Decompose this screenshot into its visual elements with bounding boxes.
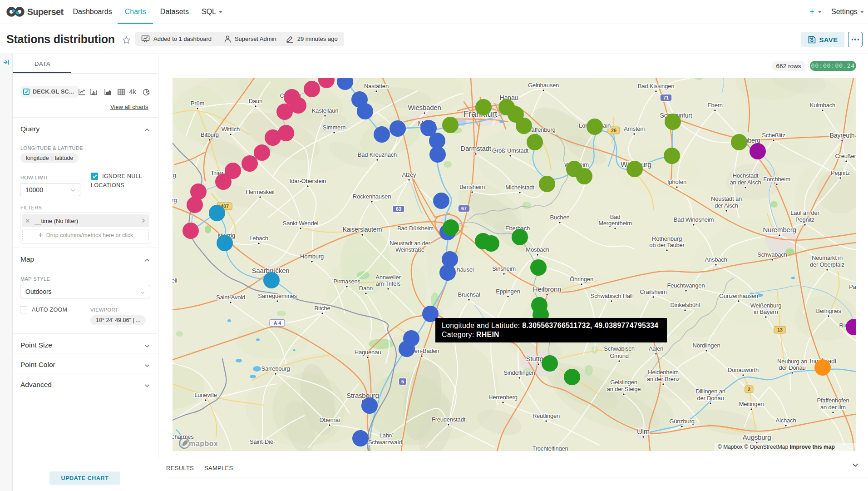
svg-text:Ansbach: Ansbach [705, 256, 727, 263]
svg-text:der Donau: der Donau [779, 364, 806, 371]
svg-text:Schwarzwald: Schwarzwald [368, 439, 402, 446]
svg-text:Simmern: Simmern [323, 124, 346, 131]
svg-text:Dahn: Dahn [359, 285, 373, 292]
svg-text:63: 63 [396, 206, 401, 212]
svg-text:Schwäbisch: Schwäbisch [604, 345, 634, 352]
svg-text:in Bayern: in Bayern [754, 308, 778, 315]
svg-text:der Oberpfalz: der Oberpfalz [810, 261, 844, 268]
svg-text:Pegnitz: Pegnitz [831, 169, 850, 176]
svg-text:Feuchtwangen: Feuchtwangen [667, 282, 705, 289]
svg-text:Ulm: Ulm [637, 428, 650, 436]
svg-text:2: 2 [748, 387, 750, 392]
svg-text:Augsburg: Augsburg [743, 433, 771, 441]
svg-text:Kulmbach: Kulmbach [810, 102, 835, 109]
svg-text:Daun: Daun [249, 98, 262, 104]
svg-text:Eppingen: Eppingen [496, 288, 520, 295]
svg-text:Pegnitz: Pegnitz [795, 216, 814, 223]
svg-text:© Mapbox © OpenStreetMap Impro: © Mapbox © OpenStreetMap Improve this ma… [718, 444, 835, 450]
svg-text:Sinsheim: Sinsheim [492, 265, 516, 272]
svg-text:Sindelfingen: Sindelfingen [503, 369, 535, 376]
svg-text:Bitche: Bitche [315, 305, 330, 312]
svg-text:Höchstadt: Höchstadt [733, 172, 759, 179]
svg-text:Bitburg: Bitburg [201, 131, 219, 138]
svg-text:Wiesbaden: Wiesbaden [408, 104, 441, 111]
svg-text:Groß-Umstadt: Groß-Umstadt [492, 147, 529, 154]
svg-text:Aalen: Aalen [649, 345, 663, 352]
svg-text:Creußen: Creußen [835, 153, 856, 159]
svg-text:Ebern: Ebern [707, 102, 723, 109]
svg-text:Mosbach: Mosbach [526, 246, 549, 253]
svg-text:Prüm: Prüm [191, 100, 204, 107]
svg-text:Sarreguemines: Sarreguemines [258, 293, 297, 299]
svg-text:Alzey: Alzey [402, 171, 416, 178]
svg-text:Idar-Oberstein: Idar-Oberstein [290, 178, 326, 184]
svg-text:Gmünd: Gmünd [610, 352, 629, 359]
svg-text:Trochtelfingen: Trochtelfingen [532, 445, 568, 451]
svg-text:Schwäbisch Hall: Schwäbisch Hall [591, 293, 633, 299]
svg-text:häusel: häusel [457, 266, 473, 273]
svg-text:Kastellaun: Kastellaun [312, 107, 339, 114]
svg-text:Lunéville: Lunéville [194, 392, 217, 398]
svg-text:Bayreuth: Bayreuth [830, 132, 854, 139]
svg-text:der Donau: der Donau [697, 395, 724, 402]
svg-text:Mergentheim: Mergentheim [598, 220, 632, 227]
svg-text:Neustadt an der: Neustadt an der [390, 240, 430, 247]
svg-text:der Aisch: der Aisch [715, 202, 738, 209]
svg-text:Rockenhausen: Rockenhausen [353, 193, 391, 200]
svg-text:Meitingen: Meitingen [739, 401, 764, 407]
svg-text:an der Steige: an der Steige [607, 386, 641, 392]
svg-text:Öhringen: Öhringen [570, 276, 593, 283]
svg-text:Herrenberg: Herrenberg [488, 394, 518, 401]
svg-text:Aichach: Aichach [776, 417, 796, 424]
svg-text:Neuburg an: Neuburg an [777, 358, 807, 365]
svg-text:mapbox: mapbox [189, 440, 218, 447]
svg-text:26: 26 [611, 128, 616, 133]
svg-text:ob der Tauber: ob der Tauber [649, 242, 685, 248]
svg-text:Bad Kreuznach: Bad Kreuznach [358, 151, 397, 158]
svg-text:Neumarkt in: Neumarkt in [812, 254, 843, 261]
svg-text:Iphofen: Iphofen [667, 179, 686, 185]
svg-text:Michelstadt: Michelstadt [505, 184, 534, 191]
svg-text:an der Brenz: an der Brenz [647, 376, 680, 382]
svg-text:Reutlingen: Reutlingen [533, 412, 560, 419]
svg-text:Arnstein: Arnstein [624, 125, 645, 132]
svg-text:Lahr/: Lahr/ [380, 432, 393, 439]
svg-text:A 4: A 4 [274, 320, 281, 326]
svg-text:rg: rg [173, 197, 177, 203]
svg-text:Heilbronn: Heilbronn [533, 285, 561, 293]
svg-text:Saint-Dié-: Saint-Dié- [250, 438, 275, 445]
svg-text:Haguenau: Haguenau [355, 349, 381, 356]
svg-text:Schwabach: Schwabach [757, 251, 787, 258]
svg-text:Heidenheim: Heidenheim [648, 369, 678, 376]
svg-text:Günzburg: Günzburg [669, 418, 695, 425]
svg-text:Homburg: Homburg [300, 253, 324, 260]
svg-text:Bad Dürkheim: Bad Dürkheim [397, 225, 434, 232]
svg-text:Weinstraße: Weinstraße [395, 246, 424, 253]
svg-text:5: 5 [401, 379, 404, 384]
svg-text:Bad Kissingen: Bad Kissingen [638, 83, 675, 89]
svg-text:Annweiler: Annweiler [375, 274, 401, 281]
svg-text:Darmstadt: Darmstadt [460, 144, 491, 152]
svg-text:Neustadt an: Neustadt an [711, 195, 742, 202]
svg-text:Strasbourg: Strasbourg [346, 392, 379, 399]
svg-text:Sarrebourg: Sarrebourg [261, 365, 290, 372]
svg-text:Sankt Wendel: Sankt Wendel [283, 220, 319, 227]
svg-text:Wittlich: Wittlich [222, 126, 240, 133]
svg-text:an der Ilm: an der Ilm [820, 404, 846, 411]
svg-text:67: 67 [461, 206, 467, 211]
svg-text:Par: Par [849, 283, 856, 290]
svg-text:Lauf an der: Lauf an der [790, 209, 819, 216]
svg-text:g: g [173, 172, 176, 179]
svg-text:Crailsheim: Crailsheim [640, 288, 666, 295]
svg-text:an der Aisch: an der Aisch [730, 179, 761, 186]
svg-text:Scheßlitz: Scheßlitz [762, 132, 785, 139]
svg-text:Buchen: Buchen [550, 214, 570, 221]
svg-text:Geislingen: Geislingen [610, 379, 637, 386]
svg-text:Lebach: Lebach [249, 235, 268, 242]
svg-text:Bad Windsheim: Bad Windsheim [674, 216, 714, 223]
svg-text:am Trifels: am Trifels [376, 280, 401, 287]
svg-text:Beilngries: Beilngries [816, 307, 841, 314]
svg-text:13: 13 [777, 327, 783, 332]
svg-text:Rothenburg: Rothenburg [652, 235, 682, 242]
svg-text:Bad: Bad [610, 213, 621, 220]
